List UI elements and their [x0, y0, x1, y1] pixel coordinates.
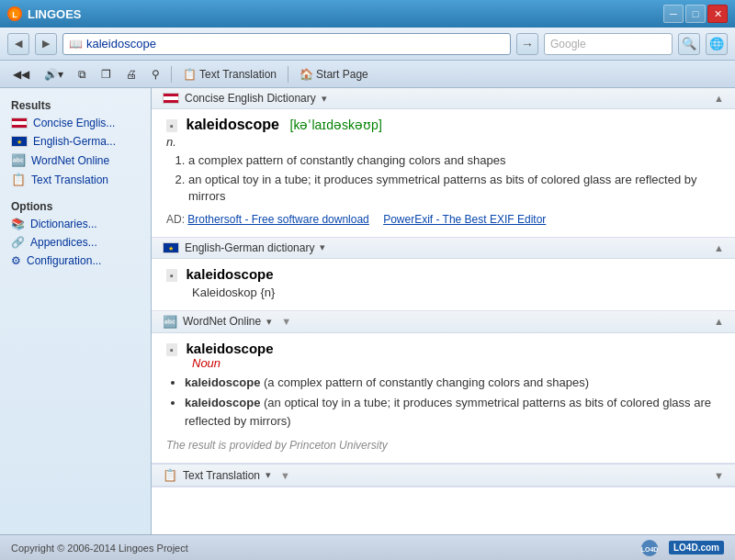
flag-us-icon [11, 118, 28, 129]
dict3-filter-icon[interactable]: ▼ [281, 316, 291, 327]
dict3-word: kaleidoscope [187, 341, 274, 356]
dict2-flag-icon: ★ [163, 242, 179, 253]
dict3-header[interactable]: 🔤 WordNet Online ▾ ▼ ▲ [152, 311, 735, 333]
dict1-collapse-icon[interactable]: ▲ [714, 93, 724, 104]
dict1-name: Concise English Dictionary [185, 92, 316, 105]
text-translation-toolbar-label: Text Translation [199, 68, 277, 81]
dict1-ad2-link[interactable]: PowerExif - The Best EXIF Editor [383, 213, 546, 226]
dict4-filter-icon[interactable]: ▼ [280, 470, 290, 481]
dict3-bullet2-text: (an optical toy in a tube; it produces s… [185, 396, 711, 428]
sidebar-item-configuration[interactable]: ⚙ Configuration... [0, 252, 151, 270]
search-input-wrap: 📖 [62, 33, 511, 55]
sidebar-item-text-translation[interactable]: 📋 Text Translation [0, 170, 151, 189]
search-go-button[interactable]: → [516, 33, 538, 55]
sidebar-item-concise-english[interactable]: Concise Englis... [0, 114, 151, 132]
dict3-collapse-icon[interactable]: ▲ [714, 316, 724, 327]
print-button[interactable]: 🖨 [120, 64, 142, 84]
dict4-tt-icon: 📋 [163, 468, 177, 482]
dict4-header[interactable]: 📋 Text Translation ▾ ▼ ▼ [152, 464, 735, 487]
back-back-button[interactable]: ◀◀ [7, 64, 35, 84]
dict1-ads-label: AD: [166, 213, 185, 226]
lo4d-badge: LO4D.com [669, 541, 724, 554]
copy1-button[interactable]: ⧉ [73, 64, 92, 84]
dict2-header[interactable]: ★ English-German dictionary ▾ ▲ [152, 238, 735, 259]
start-page-label: Start Page [316, 68, 368, 81]
dict3-dropdown-icon[interactable]: ▾ [266, 316, 272, 328]
speaker-button[interactable]: 🔊▾ [39, 64, 69, 84]
dict-section-german: ★ English-German dictionary ▾ ▲ ▪ kaleid… [152, 238, 735, 311]
dict3-pos: Noun [166, 356, 720, 370]
dict2-body: ▪ kaleidoscope Kaleidoskop {n} [152, 259, 735, 310]
web-search-button[interactable]: 🔍 [678, 33, 700, 55]
dict1-header-left: Concise English Dictionary ▾ [163, 92, 327, 105]
dict-section-concise: Concise English Dictionary ▾ ▲ ▪ kaleido… [152, 88, 735, 238]
lo4d-logo-svg: LO4D [636, 539, 663, 557]
back-button[interactable]: ◀ [7, 33, 29, 55]
home-icon: 🏠 [300, 68, 313, 81]
options-section: Options 📚 Dictionaries... 🔗 Appendices..… [0, 196, 151, 270]
dict3-name: WordNet Online [183, 315, 261, 328]
dict1-phonetic: [kəˈlaɪdəskəʊp] [290, 118, 382, 132]
dict1-def-2: an optical toy in a tube; it produces sy… [188, 172, 720, 205]
close-button[interactable]: ✕ [707, 5, 728, 23]
search-bar: ◀ ▶ 📖 → Google 🔍 🌐 [0, 28, 735, 61]
appendices-icon: 🔗 [11, 236, 25, 249]
google-placeholder: Google [550, 38, 586, 50]
dict2-collapse-icon[interactable]: ▲ [714, 242, 724, 253]
sidebar-english-german-label: English-Germa... [33, 135, 116, 148]
main-layout: Results Concise Englis... ★ English-Germ… [0, 88, 735, 534]
content-area[interactable]: Concise English Dictionary ▾ ▲ ▪ kaleido… [152, 88, 735, 534]
sidebar-item-dictionaries[interactable]: 📚 Dictionaries... [0, 215, 151, 233]
dict1-def-1: a complex pattern of constantly changing… [188, 152, 720, 169]
sidebar-configuration-label: Configuration... [27, 254, 101, 267]
web-icon-button[interactable]: 🌐 [706, 33, 728, 55]
dict3-entry-marker: ▪ [166, 343, 177, 356]
dict4-dropdown-icon[interactable]: ▾ [266, 469, 271, 481]
start-page-button[interactable]: 🏠 Start Page [294, 64, 374, 84]
search-input[interactable] [86, 37, 504, 50]
toolbar-separator [171, 66, 172, 83]
dict1-ad1-link[interactable]: Brothersoft - Free software download [187, 213, 368, 226]
results-section-title: Results [0, 95, 151, 114]
dict3-bullet2-bold: kaleidoscope [185, 396, 260, 409]
dict3-wn-icon: 🔤 [163, 315, 177, 329]
dict-section-text-trans: 📋 Text Translation ▾ ▼ ▼ [152, 464, 735, 487]
dict3-princeton-note: The result is provided by Princeton Univ… [166, 439, 720, 452]
dict1-entry-line: ▪ kaleidoscope [kəˈlaɪdəskəʊp] [166, 117, 720, 133]
minimize-button[interactable]: ─ [663, 5, 684, 23]
dict3-bullet1-bold: kaleidoscope [185, 375, 260, 389]
app-title: LINGOES [28, 7, 663, 21]
dict-section-wordnet: 🔤 WordNet Online ▾ ▼ ▲ ▪ kaleidoscope No… [152, 311, 735, 465]
dict3-bullet-2: kaleidoscope (an optical toy in a tube; … [185, 394, 720, 430]
title-bar: L LINGOES ─ □ ✕ [0, 0, 735, 28]
dict2-translation: Kaleidoskop {n} [166, 286, 720, 299]
svg-text:L: L [12, 10, 17, 19]
dict1-dropdown-icon[interactable]: ▾ [322, 93, 327, 105]
dict2-header-left: ★ English-German dictionary ▾ [163, 241, 325, 254]
search-dict-button[interactable]: ⚲ [146, 64, 165, 84]
sidebar-item-wordnet[interactable]: 🔤 WordNet Online [0, 151, 151, 170]
dict1-body: ▪ kaleidoscope [kəˈlaɪdəskəʊp] n. a comp… [152, 109, 735, 237]
sidebar-item-english-german[interactable]: ★ English-Germa... [0, 132, 151, 151]
copy2-button[interactable]: ❐ [96, 64, 117, 84]
dict3-header-left: 🔤 WordNet Online ▾ ▼ [163, 315, 291, 329]
dict2-dropdown-icon[interactable]: ▾ [320, 241, 325, 253]
dict2-entry-marker: ▪ [166, 269, 177, 282]
dict2-entry-line: ▪ kaleidoscope [166, 266, 720, 282]
dict1-ads: AD: Brothersoft - Free software download… [166, 213, 720, 226]
forward-button[interactable]: ▶ [35, 33, 57, 55]
maximize-button[interactable]: □ [685, 5, 706, 23]
status-logo: LO4D LO4D.com [636, 539, 724, 557]
dict3-body: ▪ kaleidoscope Noun kaleidoscope (a comp… [152, 333, 735, 464]
sidebar-item-appendices[interactable]: 🔗 Appendices... [0, 233, 151, 252]
dict2-name: English-German dictionary [185, 241, 314, 254]
copyright-text: Copyright © 2006-2014 Lingoes Project [11, 543, 188, 554]
text-translation-toolbar-button[interactable]: 📋 Text Translation [177, 64, 282, 84]
flag-eu-icon: ★ [11, 136, 28, 147]
svg-text:LO4D: LO4D [641, 546, 659, 553]
google-search-wrap[interactable]: Google [544, 33, 673, 55]
dict4-collapse-icon[interactable]: ▼ [714, 470, 724, 481]
dict1-header[interactable]: Concise English Dictionary ▾ ▲ [152, 88, 735, 109]
content-inner: Concise English Dictionary ▾ ▲ ▪ kaleido… [152, 88, 735, 487]
search-dict-icon: 📖 [69, 38, 83, 50]
